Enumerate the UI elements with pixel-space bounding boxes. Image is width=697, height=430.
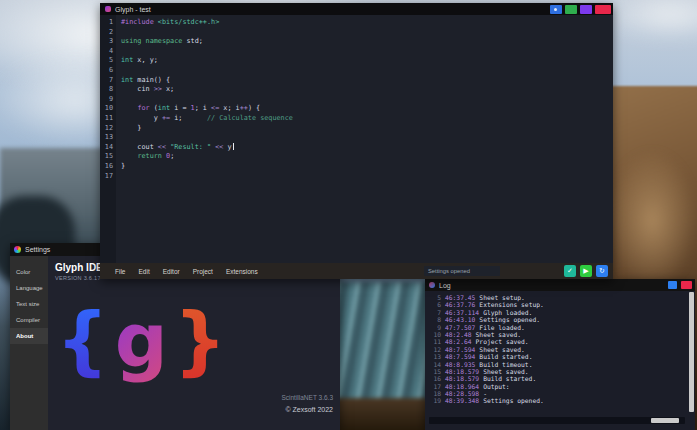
code-line[interactable]: 17 xyxy=(100,172,613,182)
code-line[interactable]: 5int x, y; xyxy=(100,56,613,66)
code-token-plain: main() { xyxy=(133,76,170,84)
menu-item-file[interactable]: File xyxy=(115,268,125,275)
sidebar-item-language[interactable]: Language xyxy=(10,280,48,296)
log-timestamp: 48:28.598 xyxy=(445,390,479,397)
code-token-comment: // Calculate sequence xyxy=(207,114,293,122)
log-entry: 746:37.114Glyph loaded. xyxy=(428,309,687,316)
code-line[interactable]: 3using namespace std; xyxy=(100,37,613,47)
code-line-content xyxy=(116,47,121,57)
code-line-content: using namespace std; xyxy=(116,37,203,47)
code-line[interactable]: 11 y += i; // Calculate sequence xyxy=(100,114,613,124)
log-line-number: 17 xyxy=(428,383,441,390)
desktop: Settings ColorLanguageText sizeCompilerA… xyxy=(0,0,697,430)
log-vertical-scrollbar[interactable] xyxy=(689,292,694,412)
code-token-plain: ; xyxy=(170,152,174,160)
log-horizontal-scrollbar[interactable] xyxy=(429,417,685,424)
code-line-content xyxy=(116,28,121,38)
code-line-content xyxy=(116,172,121,182)
log-line-number: 6 xyxy=(428,301,441,308)
log-entry: 1248:7.594Sheet saved. xyxy=(428,346,687,353)
log-line-number: 16 xyxy=(428,375,441,382)
line-number: 13 xyxy=(100,133,116,143)
log-entry: 1348:7.594Build started. xyxy=(428,353,687,360)
log-entry: 1048:2.48Sheet saved. xyxy=(428,331,687,338)
editor-app-icon xyxy=(105,6,111,12)
editor-titlebar-buttons xyxy=(550,5,611,14)
log-horizontal-scrollbar-thumb[interactable] xyxy=(651,418,679,423)
code-line[interactable]: 14 cout << "Result: " << y xyxy=(100,143,613,153)
code-editor[interactable]: 1#include <bits/stdc++.h>23using namespa… xyxy=(100,15,613,263)
code-line[interactable]: 12 } xyxy=(100,124,613,134)
sidebar-item-text-size[interactable]: Text size xyxy=(10,296,48,312)
status-field[interactable]: Settings opened xyxy=(424,266,500,276)
log-entry: 1148:2.64Project saved. xyxy=(428,338,687,345)
code-token-type: int xyxy=(158,104,170,112)
log-entry: 1648:18.579Build started. xyxy=(428,375,687,382)
code-token-plain: y xyxy=(121,114,162,122)
log-timestamp: 48:8.935 xyxy=(445,361,475,368)
log-line-number: 18 xyxy=(428,390,441,397)
line-number: 16 xyxy=(100,162,116,172)
log-message: - xyxy=(483,390,487,397)
close-button[interactable] xyxy=(595,5,611,14)
code-token-plain: i; xyxy=(170,114,207,122)
sidebar-item-compiler[interactable]: Compiler xyxy=(10,312,48,328)
scintilla-version: ScintillaNET 3.6.3 xyxy=(281,394,333,401)
code-token-plain: cin xyxy=(121,85,154,93)
line-number: 14 xyxy=(100,143,116,153)
logo-right-brace: } xyxy=(174,297,227,383)
log-message: Project saved. xyxy=(476,338,529,345)
log-message: Sheet saved. xyxy=(476,331,522,338)
code-line[interactable]: 7int main() { xyxy=(100,76,613,86)
log-button-blue[interactable] xyxy=(668,281,677,289)
log-entry: 947:7.507File loaded. xyxy=(428,324,687,331)
code-line[interactable]: 16} xyxy=(100,162,613,172)
editor-titlebar[interactable]: Glyph - test xyxy=(100,3,613,15)
line-number: 3 xyxy=(100,37,116,47)
code-line[interactable]: 15 return 0; xyxy=(100,152,613,162)
code-token-plain: x; xyxy=(162,85,174,93)
code-line[interactable]: 6 xyxy=(100,66,613,76)
log-message: Sheet saved. xyxy=(483,368,529,375)
code-line[interactable]: 8 cin >> x; xyxy=(100,85,613,95)
titlebar-button-purple[interactable] xyxy=(580,5,592,14)
titlebar-button-blue[interactable] xyxy=(550,5,562,14)
log-line-number: 8 xyxy=(428,316,441,323)
code-line[interactable]: 1#include <bits/stdc++.h> xyxy=(100,18,613,28)
log-entry: 1948:39.348Settings opened. xyxy=(428,397,687,404)
menu-item-project[interactable]: Project xyxy=(193,268,213,275)
log-titlebar[interactable]: Log xyxy=(425,279,695,291)
log-message: Settings opened. xyxy=(479,316,540,323)
build-button[interactable]: ✓ xyxy=(564,265,576,277)
code-line[interactable]: 10 for (int i = 1; i <= x; i++) { xyxy=(100,104,613,114)
log-close-button[interactable] xyxy=(681,281,692,289)
menu-item-extensions[interactable]: Extensions xyxy=(226,268,258,275)
log-titlebar-buttons xyxy=(668,281,692,289)
code-line-content: return 0; xyxy=(116,152,174,162)
log-line-number: 5 xyxy=(428,294,441,301)
code-line[interactable]: 4 xyxy=(100,47,613,57)
settings-about-panel: Glyph IDE VERSION 3.6.17 {g} ScintillaNE… xyxy=(48,256,340,430)
code-token-plain: cout xyxy=(121,143,158,151)
sidebar-item-about[interactable]: About xyxy=(10,328,48,344)
log-message: File loaded. xyxy=(479,324,525,331)
code-line[interactable]: 9 xyxy=(100,95,613,105)
code-token-plain: } xyxy=(121,162,125,170)
menu-item-edit[interactable]: Edit xyxy=(138,268,149,275)
code-token-keyword: for xyxy=(137,104,149,112)
code-line[interactable]: 13 xyxy=(100,133,613,143)
menu-item-editor[interactable]: Editor xyxy=(163,268,180,275)
run-button[interactable]: ▶ xyxy=(580,265,592,277)
code-token-operator: << xyxy=(158,143,166,151)
code-token-plain: ( xyxy=(150,104,158,112)
wallpaper-cliff-highlight xyxy=(607,150,697,290)
copyright: © Zexsoft 2022 xyxy=(285,406,333,413)
rerun-button[interactable]: ↻ xyxy=(596,265,608,277)
code-token-operator: += xyxy=(162,114,170,122)
sidebar-item-color[interactable]: Color xyxy=(10,264,48,280)
log-line-number: 7 xyxy=(428,309,441,316)
titlebar-button-green[interactable] xyxy=(565,5,577,14)
code-line[interactable]: 2 xyxy=(100,28,613,38)
cloud xyxy=(600,0,697,40)
code-line-content xyxy=(116,66,121,76)
